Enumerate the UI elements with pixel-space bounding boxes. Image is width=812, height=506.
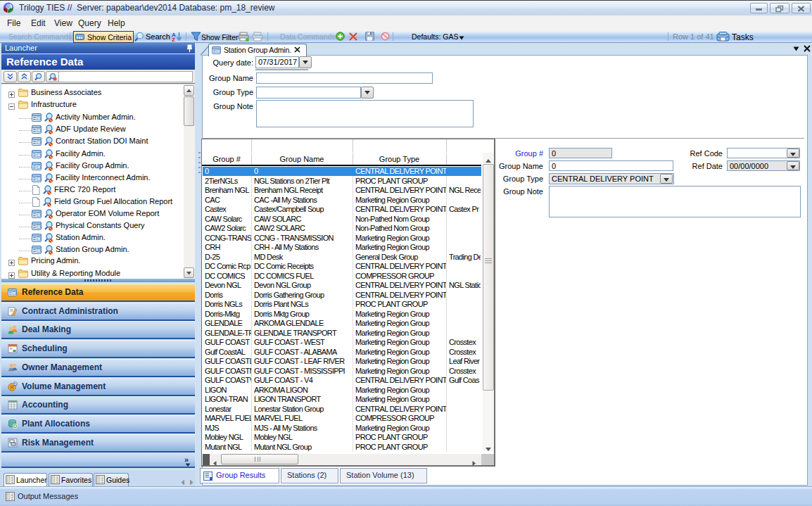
svg-text:Z: Z (172, 37, 175, 42)
svg-text:D: D (13, 382, 17, 386)
